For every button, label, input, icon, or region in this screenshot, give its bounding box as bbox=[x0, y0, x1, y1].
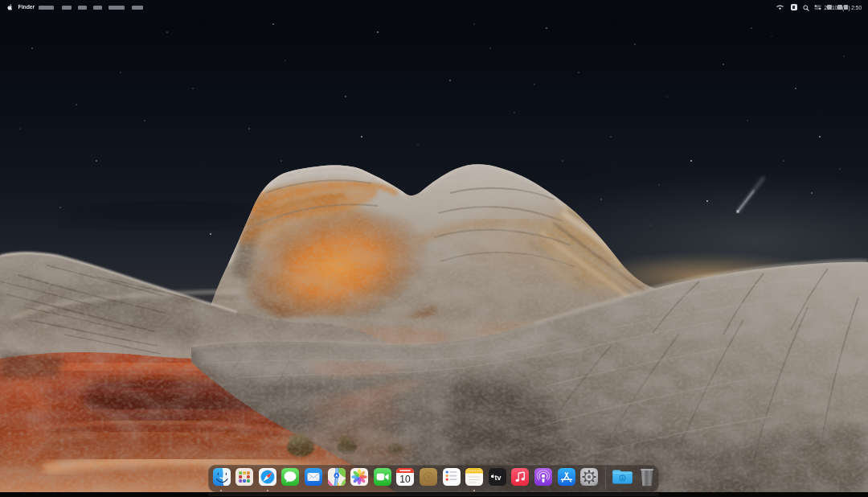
svg-text:tv: tv bbox=[494, 474, 501, 482]
svg-text:10: 10 bbox=[400, 474, 411, 485]
